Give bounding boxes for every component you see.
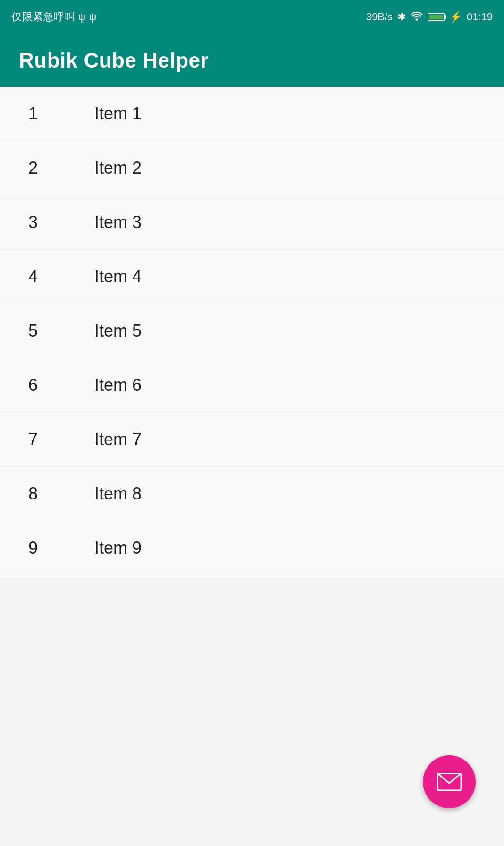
fab-compose[interactable]: [423, 755, 476, 808]
status-bar-left: 仅限紧急呼叫 ψ ψ: [11, 10, 97, 24]
list-container: 1Item 12Item 23Item 34Item 45Item 56Item…: [0, 87, 504, 575]
wifi-icon: [411, 10, 423, 24]
item-number: 1: [28, 104, 66, 124]
app-bar: Rubik Cube Helper: [0, 34, 504, 87]
battery-icon: [428, 13, 445, 21]
item-label: Item 8: [94, 484, 142, 504]
list-item[interactable]: 2Item 2: [0, 141, 504, 195]
item-number: 6: [28, 375, 66, 395]
item-label: Item 6: [94, 375, 142, 395]
item-number: 4: [28, 267, 66, 287]
list-item[interactable]: 8Item 8: [0, 467, 504, 521]
bluetooth-icon: ✱: [397, 11, 406, 23]
item-label: Item 3: [94, 212, 142, 232]
list-item[interactable]: 7Item 7: [0, 413, 504, 467]
charging-icon: ⚡: [449, 11, 462, 23]
item-label: Item 7: [94, 430, 142, 449]
item-label: Item 2: [94, 158, 142, 178]
item-label: Item 5: [94, 321, 142, 341]
list-item[interactable]: 9Item 9: [0, 521, 504, 575]
item-label: Item 9: [94, 538, 142, 558]
list-item[interactable]: 5Item 5: [0, 304, 504, 358]
status-bar-right: 39B/s ✱ ⚡ 01:19: [366, 10, 493, 24]
time: 01:19: [467, 11, 493, 23]
item-number: 3: [28, 212, 66, 232]
item-number: 7: [28, 430, 66, 449]
item-number: 5: [28, 321, 66, 341]
item-number: 9: [28, 538, 66, 558]
list-item[interactable]: 1Item 1: [0, 87, 504, 141]
list-item[interactable]: 4Item 4: [0, 250, 504, 304]
app-bar-title: Rubik Cube Helper: [19, 49, 209, 72]
svg-point-0: [415, 18, 418, 21]
network-speed: 39B/s: [366, 11, 393, 23]
item-label: Item 4: [94, 267, 142, 287]
item-number: 8: [28, 484, 66, 504]
status-bar: 仅限紧急呼叫 ψ ψ 39B/s ✱ ⚡ 01:19: [0, 0, 504, 34]
item-number: 2: [28, 158, 66, 178]
mail-icon: [437, 773, 462, 791]
list-item[interactable]: 6Item 6: [0, 358, 504, 413]
item-label: Item 1: [94, 104, 142, 124]
list-item[interactable]: 3Item 3: [0, 195, 504, 250]
